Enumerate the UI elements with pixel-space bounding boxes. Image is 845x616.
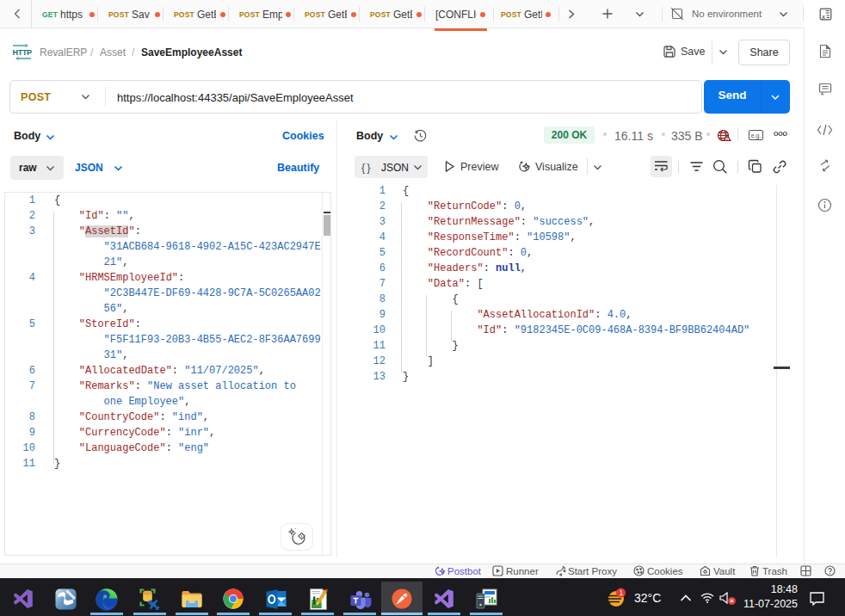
svg-text:HTTP: HTTP: [13, 48, 33, 57]
svg-text:x: x: [821, 13, 825, 21]
svg-text:1: 1: [620, 588, 624, 597]
